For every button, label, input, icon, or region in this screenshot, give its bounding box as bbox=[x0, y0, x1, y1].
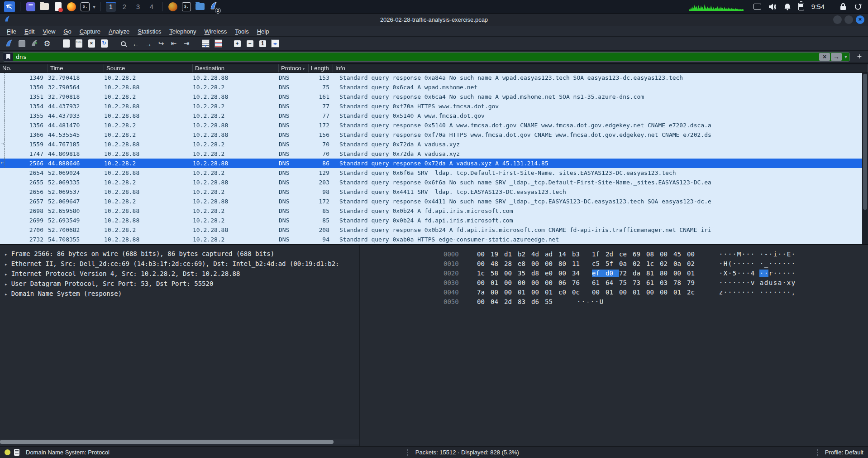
ascii-char[interactable]: d bbox=[764, 279, 768, 286]
taskbar-file-manager[interactable] bbox=[195, 1, 205, 12]
packet-list-scrollbar[interactable] bbox=[862, 73, 868, 244]
hex-byte[interactable]: 01 bbox=[545, 289, 558, 296]
stop-capture-button[interactable] bbox=[16, 38, 28, 49]
hex-byte[interactable]: 5f bbox=[606, 260, 619, 267]
menu-view[interactable]: View bbox=[38, 27, 59, 36]
workspace-1[interactable]: 1 bbox=[106, 2, 116, 12]
menu-edit[interactable]: Edit bbox=[20, 27, 38, 36]
hex-byte[interactable]: 00 bbox=[477, 298, 491, 305]
cpu-graph-icon[interactable] bbox=[689, 1, 744, 12]
ascii-char[interactable]: y bbox=[791, 279, 796, 286]
ascii-char[interactable]: 5 bbox=[732, 270, 737, 277]
hex-byte[interactable]: 1c bbox=[646, 260, 660, 267]
ascii-char[interactable]: X bbox=[723, 270, 728, 277]
menu-capture[interactable]: Capture bbox=[76, 27, 105, 36]
ascii-char[interactable]: · bbox=[719, 260, 723, 267]
capture-options-button[interactable]: ⚙ bbox=[41, 38, 53, 49]
launcher-expand-chevron-icon[interactable]: ▾ bbox=[93, 4, 95, 10]
hex-byte[interactable]: 01 bbox=[687, 270, 701, 277]
ascii-char[interactable]: · bbox=[777, 289, 782, 296]
hex-byte[interactable]: c0 bbox=[558, 289, 572, 296]
ascii-char[interactable]: · bbox=[750, 289, 755, 296]
ascii-char[interactable]: · bbox=[777, 270, 782, 277]
menu-file[interactable]: File bbox=[3, 27, 20, 36]
ascii-char[interactable]: s bbox=[773, 279, 777, 286]
ascii-char[interactable]: r bbox=[768, 270, 773, 277]
ascii-char[interactable]: · bbox=[728, 251, 732, 258]
hex-byte[interactable]: 02 bbox=[660, 260, 673, 267]
find-packet-button[interactable] bbox=[117, 38, 129, 49]
hex-byte[interactable]: 00 bbox=[660, 251, 673, 258]
packet-row[interactable]: 270052.70068210.2.28.210.2.28.88DNS208St… bbox=[0, 225, 868, 235]
menu-telephony[interactable]: Telephony bbox=[165, 27, 200, 36]
launcher-file-manager[interactable] bbox=[39, 1, 50, 12]
minimize-button[interactable] bbox=[833, 15, 842, 24]
ascii-char[interactable]: i bbox=[773, 251, 777, 258]
ascii-char[interactable]: - bbox=[586, 298, 590, 305]
menu-help[interactable]: Help bbox=[253, 27, 273, 36]
ascii-char[interactable]: · bbox=[768, 260, 773, 267]
ascii-char[interactable]: · bbox=[759, 270, 764, 277]
maximize-button[interactable] bbox=[844, 15, 853, 24]
hex-byte[interactable]: 00 bbox=[504, 289, 518, 296]
column-header-time[interactable]: Time bbox=[48, 64, 104, 72]
detail-line[interactable]: ▸User Datagram Protocol, Src Port: 53, D… bbox=[0, 279, 359, 289]
hex-byte[interactable]: d8 bbox=[531, 270, 545, 277]
hex-byte[interactable]: 02 bbox=[633, 260, 646, 267]
ascii-char[interactable]: · bbox=[791, 270, 796, 277]
hex-byte[interactable]: ce bbox=[619, 251, 633, 258]
ascii-char[interactable]: · bbox=[768, 289, 773, 296]
ascii-char[interactable]: · bbox=[741, 279, 746, 286]
hex-byte[interactable]: 19 bbox=[491, 251, 504, 258]
ascii-char[interactable]: · bbox=[741, 270, 746, 277]
ascii-char[interactable]: u bbox=[768, 279, 773, 286]
ascii-char[interactable]: · bbox=[737, 289, 741, 296]
ascii-char[interactable]: · bbox=[719, 270, 723, 277]
ascii-char[interactable]: ( bbox=[728, 260, 732, 267]
hex-byte[interactable]: 00 bbox=[531, 260, 545, 267]
menu-statistics[interactable]: Statistics bbox=[134, 27, 165, 36]
hex-byte[interactable]: 00 bbox=[646, 289, 660, 296]
hex-byte[interactable]: 04 bbox=[491, 298, 504, 305]
hex-byte[interactable]: 00 bbox=[545, 279, 558, 286]
hex-byte[interactable]: 11 bbox=[572, 260, 586, 267]
go-forward-button[interactable]: → bbox=[143, 38, 154, 49]
ascii-char[interactable]: U bbox=[599, 298, 604, 305]
packet-row[interactable]: 135544.43793310.2.28.8810.2.28.2DNS77Sta… bbox=[0, 111, 868, 121]
expert-info-led-icon[interactable] bbox=[5, 449, 10, 455]
hex-byte[interactable]: 1c bbox=[477, 270, 491, 277]
filter-add-button[interactable]: + bbox=[854, 52, 865, 62]
hex-byte[interactable]: 79 bbox=[687, 279, 701, 286]
ascii-char[interactable]: · bbox=[750, 260, 755, 267]
hex-byte[interactable]: c5 bbox=[592, 260, 606, 267]
hex-byte[interactable]: 00 bbox=[491, 289, 504, 296]
hex-byte[interactable]: 00 bbox=[619, 289, 633, 296]
ascii-char[interactable]: · bbox=[782, 279, 787, 286]
auto-scroll-button[interactable]: ▾ bbox=[200, 38, 211, 49]
hex-byte[interactable]: 00 bbox=[531, 289, 545, 296]
detail-line[interactable]: ▸Ethernet II, Src: Dell_2d:ce:69 (14:b3:… bbox=[0, 259, 359, 269]
battery-icon[interactable] bbox=[798, 3, 804, 10]
ascii-char[interactable]: · bbox=[728, 289, 732, 296]
ascii-char[interactable]: · bbox=[787, 289, 791, 296]
go-back-button[interactable]: ← bbox=[130, 38, 142, 49]
column-header-protoco[interactable]: Protoco▾ bbox=[279, 64, 309, 72]
ascii-char[interactable]: E bbox=[787, 251, 791, 258]
hex-byte[interactable]: 02 bbox=[687, 260, 701, 267]
ascii-char[interactable]: x bbox=[787, 279, 791, 286]
panel-clock[interactable]: 9:54 bbox=[811, 3, 825, 10]
ascii-char[interactable]: · bbox=[759, 260, 764, 267]
taskbar-wireshark[interactable]: 2 bbox=[208, 1, 219, 12]
hex-byte[interactable]: 00 bbox=[504, 279, 518, 286]
hex-byte[interactable]: 34 bbox=[572, 270, 586, 277]
ascii-char[interactable]: · bbox=[746, 270, 750, 277]
column-header-info[interactable]: Info bbox=[333, 64, 868, 72]
ascii-char[interactable]: · bbox=[759, 289, 764, 296]
hex-byte[interactable]: 35 bbox=[518, 270, 531, 277]
hex-byte[interactable]: 80 bbox=[660, 270, 673, 277]
ascii-char[interactable]: · bbox=[746, 279, 750, 286]
hex-byte[interactable]: 72 bbox=[619, 270, 633, 277]
ascii-char[interactable]: · bbox=[741, 289, 746, 296]
menu-analyze[interactable]: Analyze bbox=[105, 27, 134, 36]
hex-byte[interactable]: 00 bbox=[592, 289, 606, 296]
